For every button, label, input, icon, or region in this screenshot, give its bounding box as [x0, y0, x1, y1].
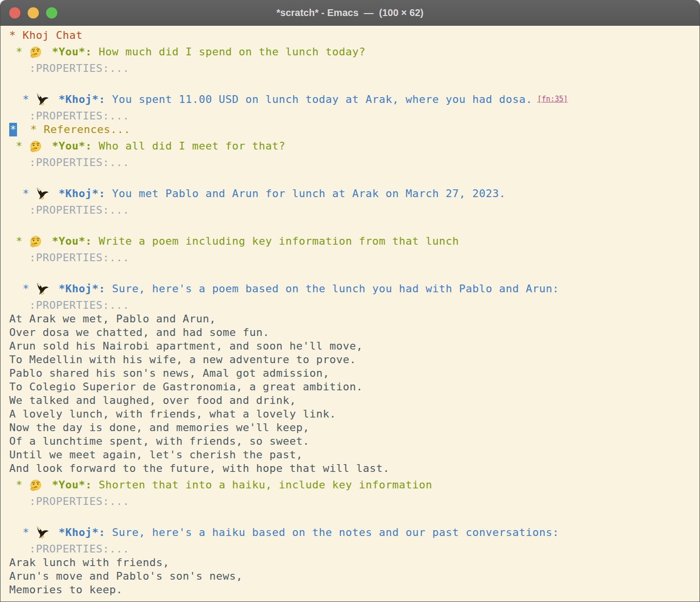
- poem-line: We talked and laughed, over food and dri…: [9, 394, 698, 407]
- thinking-emoji-icon: [29, 234, 45, 248]
- properties-line: :PROPERTIES:...: [9, 299, 698, 312]
- poem-line: Over dosa we chatted, and had some fun.: [9, 326, 698, 339]
- buffer-line: [9, 265, 698, 279]
- text-segment: *: [9, 478, 29, 492]
- text-segment: Arak lunch with friends,: [9, 556, 169, 569]
- poem-line: To Medellin with his wife, a new adventu…: [9, 353, 698, 367]
- haiku-line: Arun's move and Pablo's son's news,: [9, 569, 698, 583]
- traffic-lights: [9, 0, 57, 25]
- khoj-speaker-label: *Khoj*:: [52, 526, 105, 539]
- you-speaker-label: *You*:: [45, 234, 92, 248]
- thinking-emoji-icon: [29, 139, 45, 153]
- you-message-text: Shorten that into a haiku, include key i…: [92, 478, 432, 492]
- khoj-speaker-label: *Khoj*:: [52, 93, 105, 106]
- properties-line: :PROPERTIES:...: [9, 251, 698, 265]
- poem-line: Until we meet again, let's cherish the p…: [9, 448, 698, 462]
- khoj-message-text: Sure, here's a poem based on the lunch y…: [105, 282, 559, 296]
- text-segment: We talked and laughed, over food and dri…: [9, 394, 296, 406]
- text-segment: *: [9, 93, 36, 106]
- buffer-line: [9, 508, 698, 523]
- poem-line: To Colegio Superior de Gastronomia, a gr…: [9, 380, 698, 394]
- properties-drawer[interactable]: :PROPERTIES:...: [9, 204, 129, 216]
- references-heading[interactable]: * References...: [31, 123, 131, 135]
- zoom-button[interactable]: [46, 7, 57, 18]
- properties-drawer[interactable]: :PROPERTIES:...: [9, 495, 129, 507]
- properties-line: :PROPERTIES:...: [9, 495, 698, 508]
- khoj-speaker-label: *Khoj*:: [52, 187, 105, 201]
- haiku-line: Arak lunch with friends,: [9, 556, 698, 569]
- text-segment: Pablo shared his son's news, Amal got ad…: [9, 367, 330, 379]
- you-message-1: * *You*: How much did I spend on the lun…: [9, 42, 698, 62]
- you-message-text: Who all did I meet for that?: [92, 139, 285, 153]
- text-segment: And look forward to the future, with hop…: [9, 462, 389, 474]
- poem-line: Arun sold his Nairobi apartment, and soo…: [9, 339, 698, 353]
- text-segment: At Arak we met, Pablo and Arun,: [9, 313, 216, 325]
- khoj-chat-heading: * Khoj Chat: [9, 29, 698, 42]
- poem-line: At Arak we met, Pablo and Arun,: [9, 312, 698, 326]
- eagle-emoji-icon: [36, 187, 52, 201]
- text-segment: *: [9, 187, 36, 201]
- window-title: *scratch* - Emacs — (100 × 62): [277, 7, 424, 18]
- references-line: * * References...: [9, 123, 698, 136]
- khoj-message-text: Sure, here's a haiku based on the notes …: [105, 526, 559, 539]
- poem-line: Now the day is done, and memories we'll …: [9, 421, 698, 435]
- buffer-line: [9, 75, 698, 90]
- eagle-emoji-icon: [36, 282, 52, 296]
- text-cursor: *: [9, 123, 17, 136]
- you-message-text: How much did I spend on the lunch today?: [92, 45, 366, 59]
- text-segment: *: [9, 45, 29, 59]
- buffer[interactable]: * Khoj Chat * *You*: How much did I spen…: [0, 26, 700, 602]
- properties-line: :PROPERTIES:...: [9, 62, 698, 75]
- eagle-emoji-icon: [36, 526, 52, 539]
- close-button[interactable]: [9, 7, 20, 18]
- text-segment: Over dosa we chatted, and had some fun.: [9, 326, 269, 338]
- thinking-emoji-icon: [29, 45, 45, 59]
- you-speaker-label: *You*:: [45, 478, 92, 492]
- emacs-window: *scratch* - Emacs — (100 × 62) * Khoj Ch…: [0, 0, 700, 602]
- you-message-3: * *You*: Write a poem including key info…: [9, 232, 698, 251]
- khoj-message-1: * *Khoj*: You spent 11.00 USD on lunch t…: [9, 90, 698, 109]
- text-segment: *: [9, 526, 36, 539]
- text-segment: [17, 123, 31, 135]
- minimize-button[interactable]: [28, 7, 39, 18]
- you-speaker-label: *You*:: [45, 139, 92, 153]
- text-segment: Memories to keep.: [9, 584, 123, 596]
- poem-line: Of a lunchtime spent, with friends, so s…: [9, 435, 698, 448]
- text-segment: Arun's move and Pablo's son's news,: [9, 570, 243, 582]
- text-segment: A lovely lunch, with friends, what a lov…: [9, 408, 336, 420]
- properties-line: :PROPERTIES:...: [9, 542, 698, 556]
- you-message-4: * *You*: Shorten that into a haiku, incl…: [9, 475, 698, 495]
- you-message-text: Write a poem including key information f…: [92, 234, 459, 248]
- you-speaker-label: *You*:: [45, 45, 92, 59]
- properties-line: :PROPERTIES:...: [9, 156, 698, 169]
- poem-line: And look forward to the future, with hop…: [9, 462, 698, 475]
- khoj-message-text: You met Pablo and Arun for lunch at Arak…: [105, 187, 506, 201]
- text-segment: To Colegio Superior de Gastronomia, a gr…: [9, 381, 363, 393]
- properties-drawer[interactable]: :PROPERTIES:...: [9, 299, 129, 311]
- text-segment: Of a lunchtime spent, with friends, so s…: [9, 435, 310, 447]
- poem-line: A lovely lunch, with friends, what a lov…: [9, 407, 698, 421]
- poem-line: Pablo shared his son's news, Amal got ad…: [9, 367, 698, 380]
- khoj-message-3: * *Khoj*: Sure, here's a poem based on t…: [9, 279, 698, 299]
- properties-drawer[interactable]: :PROPERTIES:...: [9, 62, 129, 74]
- text-segment: *: [9, 234, 29, 248]
- khoj-chat-title: * Khoj Chat: [9, 29, 83, 41]
- text-segment: Arun sold his Nairobi apartment, and soo…: [9, 340, 363, 352]
- text-segment: To Medellin with his wife, a new adventu…: [9, 353, 356, 366]
- thinking-emoji-icon: [29, 478, 45, 492]
- khoj-speaker-label: *Khoj*:: [52, 282, 105, 296]
- khoj-message-4: * *Khoj*: Sure, here's a haiku based on …: [9, 523, 698, 542]
- khoj-message-2: * *Khoj*: You met Pablo and Arun for lun…: [9, 184, 698, 203]
- buffer-line: [9, 217, 698, 232]
- text-segment: *: [9, 282, 36, 296]
- text-segment: Now the day is done, and memories we'll …: [9, 421, 310, 434]
- text-segment: *: [9, 139, 29, 153]
- properties-line: :PROPERTIES:...: [9, 109, 698, 123]
- khoj-message-text: You spent 11.00 USD on lunch today at Ar…: [105, 93, 533, 106]
- title-bar[interactable]: *scratch* - Emacs — (100 × 62): [0, 0, 700, 26]
- footnote-link[interactable]: [fn:35]: [537, 92, 568, 106]
- properties-drawer[interactable]: :PROPERTIES:...: [9, 110, 129, 122]
- properties-drawer[interactable]: :PROPERTIES:...: [9, 251, 129, 264]
- properties-drawer[interactable]: :PROPERTIES:...: [9, 156, 129, 168]
- properties-drawer[interactable]: :PROPERTIES:...: [9, 543, 129, 555]
